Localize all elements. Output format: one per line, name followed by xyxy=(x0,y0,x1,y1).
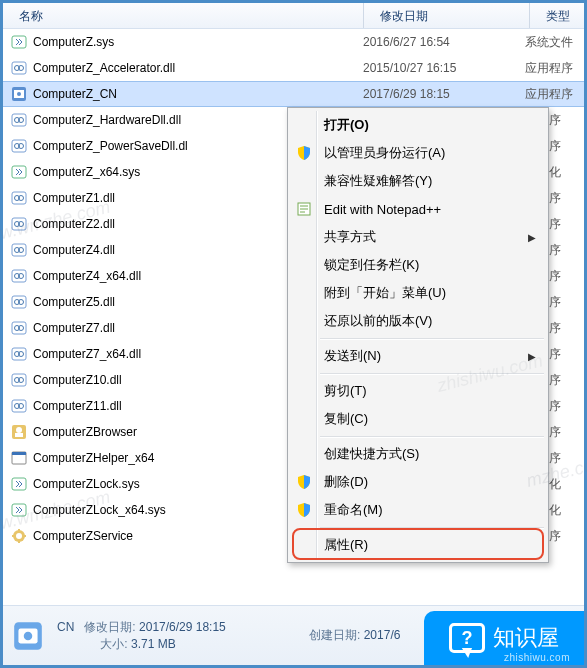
context-menu-divider xyxy=(320,338,544,339)
context-menu-label: 共享方式 xyxy=(324,228,376,246)
context-menu-label: 删除(D) xyxy=(324,473,368,491)
context-menu-item[interactable]: 复制(C) xyxy=(290,405,546,433)
column-name[interactable]: 名称 xyxy=(3,3,363,28)
created-date-value: 2017/6 xyxy=(364,628,401,642)
context-menu-label: 创建快捷方式(S) xyxy=(324,445,419,463)
file-row[interactable]: ComputerZ_Accelerator.dll2015/10/27 16:1… xyxy=(3,55,584,81)
file-name: ComputerZ_CN xyxy=(33,87,363,101)
file-row[interactable]: ComputerZ.sys2016/6/27 16:54系统文件 xyxy=(3,29,584,55)
file-date: 2015/10/27 16:15 xyxy=(363,61,525,75)
context-menu-label: 剪切(T) xyxy=(324,382,367,400)
file-type-icon xyxy=(11,372,27,388)
context-menu-item[interactable]: 兼容性疑难解答(Y) xyxy=(290,167,546,195)
context-menu-label: 还原以前的版本(V) xyxy=(324,312,432,330)
context-menu-divider xyxy=(320,527,544,528)
file-type-icon xyxy=(11,138,27,154)
context-menu-item[interactable]: 创建快捷方式(S) xyxy=(290,440,546,468)
column-date[interactable]: 修改日期 xyxy=(364,3,529,28)
file-type: 应用程序 xyxy=(525,60,584,77)
file-type-icon xyxy=(11,320,27,336)
column-header[interactable]: 名称 修改日期 类型 xyxy=(3,3,584,29)
file-name: ComputerZ_Accelerator.dll xyxy=(33,61,363,75)
context-menu-divider xyxy=(320,436,544,437)
details-name-suffix: CN xyxy=(57,620,74,634)
file-type: 应用程序 xyxy=(525,86,584,103)
file-type-icon xyxy=(11,164,27,180)
context-menu-divider xyxy=(320,373,544,374)
svg-point-6 xyxy=(17,92,21,96)
file-type-icon xyxy=(11,86,27,102)
context-menu-label: 锁定到任务栏(K) xyxy=(324,256,419,274)
column-type[interactable]: 类型 xyxy=(530,3,584,28)
svg-point-53 xyxy=(24,631,33,640)
file-type-icon xyxy=(11,502,27,518)
file-row[interactable]: ComputerZ_CN2017/6/29 18:15应用程序 xyxy=(3,81,584,107)
brand-text: 知识屋 xyxy=(493,623,559,653)
context-menu-label: 兼容性疑难解答(Y) xyxy=(324,172,432,190)
context-menu-item[interactable]: 共享方式▶ xyxy=(290,223,546,251)
context-menu-item[interactable]: 属性(R) xyxy=(290,531,546,559)
size-value: 3.71 MB xyxy=(131,637,176,651)
context-menu-item[interactable]: 附到「开始」菜单(U) xyxy=(290,279,546,307)
mod-date-label: 修改日期: xyxy=(84,620,135,634)
context-menu-label: 以管理员身份运行(A) xyxy=(324,144,445,162)
shield-icon xyxy=(296,145,312,161)
context-menu-label: 属性(R) xyxy=(324,536,368,554)
context-menu-item[interactable]: 删除(D) xyxy=(290,468,546,496)
size-label: 大小: xyxy=(100,637,127,651)
shield-icon xyxy=(296,502,312,518)
brand-badge: ? 知识屋 zhishiwu.com xyxy=(424,611,584,665)
context-menu-label: 复制(C) xyxy=(324,410,368,428)
context-menu-item[interactable]: 剪切(T) xyxy=(290,377,546,405)
context-menu-label: Edit with Notepad++ xyxy=(324,202,441,217)
context-menu-item[interactable]: 发送到(N)▶ xyxy=(290,342,546,370)
npp-icon xyxy=(296,201,312,217)
file-type-icon xyxy=(11,190,27,206)
file-date: 2016/6/27 16:54 xyxy=(363,35,525,49)
context-menu-item[interactable]: 重命名(M) xyxy=(290,496,546,524)
file-type-icon xyxy=(11,112,27,128)
file-type-icon xyxy=(11,294,27,310)
svg-rect-45 xyxy=(12,452,26,455)
context-menu-label: 附到「开始」菜单(U) xyxy=(324,284,446,302)
context-menu-item[interactable]: 还原以前的版本(V) xyxy=(290,307,546,335)
file-type-icon xyxy=(11,60,27,76)
details-thumbnail-icon xyxy=(11,619,45,653)
file-type-icon xyxy=(11,346,27,362)
brand-bubble-icon: ? xyxy=(449,623,485,653)
context-menu-item[interactable]: Edit with Notepad++ xyxy=(290,195,546,223)
context-menu-item[interactable]: 打开(O) xyxy=(290,111,546,139)
created-date-label: 创建日期: xyxy=(309,628,360,642)
context-menu[interactable]: 打开(O)以管理员身份运行(A)兼容性疑难解答(Y)Edit with Note… xyxy=(287,107,549,563)
file-name: ComputerZ.sys xyxy=(33,35,363,49)
shield-icon xyxy=(296,474,312,490)
file-type-icon xyxy=(11,216,27,232)
file-type-icon xyxy=(11,242,27,258)
file-type-icon xyxy=(11,268,27,284)
file-type-icon xyxy=(11,476,27,492)
file-type: 系统文件 xyxy=(525,34,584,51)
file-date: 2017/6/29 18:15 xyxy=(363,87,525,101)
file-type-icon xyxy=(11,34,27,50)
file-type-icon xyxy=(11,424,27,440)
file-type-icon xyxy=(11,450,27,466)
file-type-icon xyxy=(11,398,27,414)
svg-rect-43 xyxy=(15,433,23,437)
context-menu-item[interactable]: 以管理员身份运行(A) xyxy=(290,139,546,167)
file-type-icon xyxy=(11,528,27,544)
context-menu-label: 重命名(M) xyxy=(324,501,383,519)
svg-point-42 xyxy=(16,427,22,433)
mod-date-value: 2017/6/29 18:15 xyxy=(139,620,226,634)
submenu-arrow-icon: ▶ xyxy=(528,351,536,362)
brand-subtext: zhishiwu.com xyxy=(504,652,570,663)
context-menu-item[interactable]: 锁定到任务栏(K) xyxy=(290,251,546,279)
svg-point-49 xyxy=(16,533,22,539)
context-menu-label: 发送到(N) xyxy=(324,347,381,365)
context-menu-label: 打开(O) xyxy=(324,116,369,134)
submenu-arrow-icon: ▶ xyxy=(528,232,536,243)
